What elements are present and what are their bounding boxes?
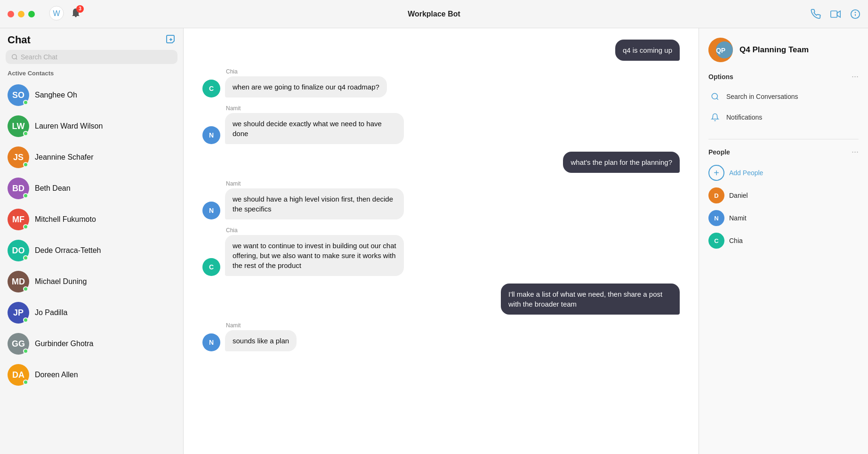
- person-name: Daniel: [729, 192, 748, 199]
- message-group: q4 is coming up: [202, 40, 680, 61]
- add-people-button[interactable]: + Add People: [708, 162, 859, 184]
- people-item[interactable]: D Daniel: [708, 184, 859, 207]
- message-group: C Chia when are we going to finalize our…: [202, 68, 680, 97]
- compose-icon[interactable]: [165, 34, 176, 46]
- workplace-icon[interactable]: W: [49, 6, 64, 21]
- people-list: D Daniel N Namit C Chia: [708, 184, 859, 252]
- online-indicator: [23, 162, 28, 167]
- workplace-icon-wrapper: W: [49, 6, 64, 23]
- online-indicator: [23, 224, 28, 229]
- contact-item[interactable]: JS Jeannine Schafer: [0, 142, 183, 173]
- chat-panel: q4 is coming up C Chia when are we going…: [184, 28, 699, 454]
- options-header: Options ···: [708, 72, 859, 81]
- message-content: Chia when are we going to finalize our q…: [225, 68, 387, 97]
- avatar-wrapper: BD: [8, 178, 29, 199]
- contact-item[interactable]: MF Mitchell Fukumoto: [0, 204, 183, 235]
- contact-item[interactable]: JP Jo Padilla: [0, 297, 183, 328]
- options-title: Options: [708, 73, 733, 81]
- titlebar: W 3 Workplace Bot: [0, 0, 868, 28]
- close-button[interactable]: [8, 11, 14, 17]
- options-more-icon[interactable]: ···: [852, 72, 859, 81]
- video-icon[interactable]: [830, 9, 841, 19]
- online-indicator: [23, 317, 28, 323]
- notifications-icon: [708, 111, 722, 124]
- person-name: Chia: [729, 237, 743, 244]
- group-name: Q4 Planning Team: [739, 45, 809, 55]
- message-content: what's the plan for the planning?: [563, 152, 680, 173]
- message-group: C Chia we want to continue to invest in …: [202, 227, 680, 276]
- left-panel-header: Chat: [0, 28, 183, 50]
- search-bar[interactable]: Search Chat: [6, 50, 177, 64]
- person-name: Namit: [729, 214, 747, 222]
- group-info: QP Q4 Planning Team: [708, 38, 859, 62]
- notification-icon-wrapper[interactable]: 3: [70, 7, 82, 21]
- message-bubble: we want to continue to invest in buildin…: [225, 235, 404, 276]
- contact-name: Lauren Ward Wilson: [35, 122, 103, 130]
- contact-item[interactable]: MD Michael Duning: [0, 266, 183, 297]
- add-circle-icon: +: [708, 165, 724, 181]
- message-bubble: we should have a high level vision first…: [225, 188, 404, 219]
- message-bubble: q4 is coming up: [615, 40, 680, 61]
- contact-item[interactable]: GG Gurbinder Ghotra: [0, 328, 183, 359]
- contact-name: Dede Orraca-Tetteh: [35, 246, 101, 255]
- svg-text:W: W: [53, 9, 60, 17]
- contact-item[interactable]: SO Sanghee Oh: [0, 80, 183, 111]
- message-sender: Namit: [226, 322, 297, 329]
- avatar-wrapper: LW: [8, 115, 29, 137]
- search-conversations-option[interactable]: Search in Conversations: [708, 86, 859, 107]
- online-indicator: [23, 255, 28, 260]
- message-avatar: N: [202, 202, 220, 219]
- group-avatar: QP: [708, 38, 733, 62]
- contact-name: Jo Padilla: [35, 308, 67, 317]
- maximize-button[interactable]: [28, 11, 35, 17]
- avatar-wrapper: GG: [8, 333, 29, 355]
- message-bubble: when are we going to finalize our q4 roa…: [225, 76, 387, 97]
- online-indicator: [23, 193, 28, 198]
- titlebar-title: Workplace Bot: [408, 10, 460, 18]
- phone-icon[interactable]: [811, 9, 821, 19]
- person-avatar: D: [708, 187, 724, 203]
- search-conversations-icon: [708, 90, 722, 103]
- person-avatar: C: [708, 233, 724, 249]
- add-people-label: Add People: [729, 169, 763, 177]
- minimize-button[interactable]: [18, 11, 24, 17]
- message-group: N Namit we should have a high level visi…: [202, 180, 680, 219]
- notification-badge: 3: [76, 5, 84, 13]
- message-group: what's the plan for the planning?: [202, 152, 680, 173]
- contact-item[interactable]: DO Dede Orraca-Tetteh: [0, 235, 183, 266]
- avatar-wrapper: SO: [8, 84, 29, 106]
- message-content: Namit sounds like a plan: [225, 322, 297, 351]
- info-icon[interactable]: [850, 9, 860, 19]
- message-sender: Namit: [226, 105, 404, 112]
- people-item[interactable]: C Chia: [708, 229, 859, 252]
- svg-point-8: [12, 55, 16, 59]
- contact-name: Gurbinder Ghotra: [35, 340, 94, 348]
- people-more-icon[interactable]: ···: [852, 147, 859, 157]
- search-placeholder: Search Chat: [21, 53, 57, 61]
- svg-line-9: [16, 58, 17, 60]
- contact-item[interactable]: LW Lauren Ward Wilson: [0, 111, 183, 142]
- contact-name: Doreen Allen: [35, 371, 78, 379]
- message-bubble: we should decide exactly what we need to…: [225, 113, 404, 144]
- people-item[interactable]: N Namit: [708, 207, 859, 229]
- message-avatar: C: [202, 80, 220, 97]
- message-content: Namit we should have a high level vision…: [225, 180, 404, 219]
- message-group: I'll make a list of what we need, then s…: [202, 284, 680, 315]
- message-content: Chia we want to continue to invest in bu…: [225, 227, 404, 276]
- online-indicator: [23, 131, 28, 136]
- contact-name: Mitchell Fukumoto: [35, 215, 96, 224]
- online-indicator: [23, 349, 28, 354]
- titlebar-actions: [811, 9, 860, 19]
- notifications-option[interactable]: Notifications: [708, 107, 859, 128]
- contact-item[interactable]: BD Beth Dean: [0, 173, 183, 204]
- message-sender: Namit: [226, 180, 404, 187]
- avatar-wrapper: DO: [8, 240, 29, 261]
- contact-item[interactable]: DA Doreen Allen: [0, 359, 183, 390]
- contact-name: Sanghee Oh: [35, 91, 77, 99]
- panel-title: Chat: [8, 34, 31, 46]
- window-controls: [8, 11, 35, 17]
- people-header: People ···: [708, 147, 859, 157]
- contacts-list: SO Sanghee Oh LW Lauren Ward Wilson JS J…: [0, 80, 183, 454]
- message-group: N Namit sounds like a plan: [202, 322, 680, 351]
- message-content: Namit we should decide exactly what we n…: [225, 105, 404, 144]
